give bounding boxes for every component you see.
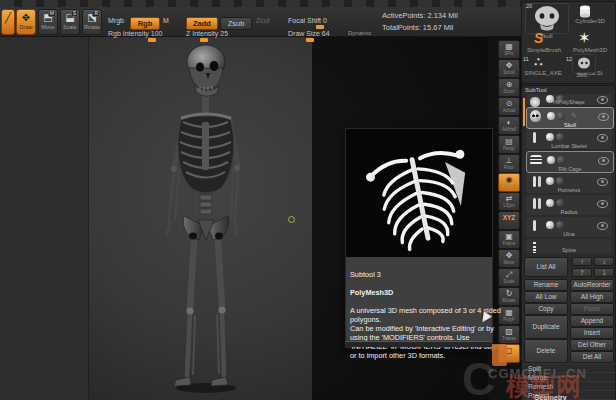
copy-button[interactable]: Copy [524, 303, 568, 315]
actual-button[interactable]: ⊙Actual [498, 97, 520, 116]
subtool-label: Skull [527, 122, 613, 128]
paint-toggle-icon[interactable] [546, 199, 554, 207]
paint-toggle-icon[interactable] [547, 112, 555, 120]
all-high-button[interactable]: All High [570, 291, 614, 303]
tool-simplebrush-label: SimpleBrush [522, 47, 566, 53]
delete-button[interactable]: Delete [524, 339, 568, 363]
move-bottom-button[interactable]: ⤵ [594, 268, 614, 277]
subtool-label: Radius [526, 209, 612, 215]
scroll-button[interactable]: ✥Scroll [498, 59, 520, 78]
z-intensity-handle[interactable] [200, 38, 208, 42]
subtool-row-hovered[interactable]: Rib Cage [526, 151, 614, 173]
rename-button[interactable]: Rename [524, 279, 568, 291]
dynamic-toggle[interactable]: Dynamic [348, 30, 371, 39]
floor-button[interactable]: ⊥Floor [498, 154, 520, 173]
subtool-row[interactable]: Humerus [526, 173, 612, 193]
visibility-eye-icon[interactable] [598, 113, 609, 121]
paint-toggle-icon[interactable] [546, 221, 554, 229]
tool-skull2-label: Sku.. [572, 72, 594, 78]
autoreorder-button[interactable]: AutoReorder [570, 279, 614, 291]
rgb-button[interactable]: Rgb [130, 17, 160, 30]
mouse-cursor [482, 311, 492, 323]
draw-button[interactable]: ✥Draw [16, 9, 36, 35]
list-all-button[interactable]: List All [524, 257, 568, 277]
tool-skull2-thumbnail[interactable] [572, 54, 596, 73]
subtool-row[interactable]: Spine [526, 239, 612, 253]
tooltip-subtitle: PolyMesh3D [350, 288, 508, 297]
lsym-button[interactable]: ⇄LSym [498, 192, 520, 211]
all-low-button[interactable]: All Low [524, 291, 568, 303]
shade-toggle-icon[interactable] [557, 112, 565, 120]
visibility-eye-icon[interactable] [597, 134, 608, 142]
paint-toggle-icon[interactable] [546, 177, 554, 185]
subtool-label: Ulna [526, 231, 612, 237]
shade-toggle-icon[interactable] [556, 221, 564, 229]
insert-button[interactable]: Insert [570, 327, 614, 339]
tool-single-label: SINGLE_AXE [520, 70, 566, 76]
scale-button[interactable]: S⬓Scale [60, 9, 80, 35]
draw-icon: ✥ [17, 12, 35, 24]
move-down-button[interactable]: ↓ [594, 257, 614, 266]
tool-single-badge: 11 [523, 56, 529, 62]
zbrush-window: ╱ ✥Draw M⬒Move S⬓Scale R⬔Rotate Mrgb Rgb… [0, 0, 616, 400]
subtool-row[interactable]: Radius [526, 195, 612, 215]
total-points-readout: TotalPoints: 15.67 Mil [382, 23, 453, 32]
draw-label: Draw [17, 24, 35, 30]
draw-cursor-dot [288, 216, 295, 223]
rgb-intensity-handle[interactable] [148, 38, 156, 42]
subtool-row[interactable]: Lumbar Skelet [526, 129, 612, 149]
zsub-button[interactable]: Zsub [220, 17, 252, 30]
subtool-row[interactable]: Ulna [526, 217, 612, 237]
tool-polymesh-star-icon[interactable]: ✶ [578, 30, 594, 46]
shade-toggle-icon[interactable] [557, 156, 565, 164]
pen-tool-button[interactable]: ╱ [1, 9, 15, 35]
rotate-button[interactable]: R⬔Rotate [82, 9, 102, 35]
visibility-eye-icon[interactable] [597, 222, 608, 230]
local-button[interactable]: ◉Local [498, 173, 520, 192]
mrgb-button[interactable]: Mrgb [108, 17, 124, 26]
tooltip-footer [346, 341, 492, 347]
active-points-readout: ActivePoints: 2.134 Mil [382, 11, 458, 20]
del-other-button[interactable]: Del Other [570, 339, 614, 351]
duplicate-button[interactable]: Duplicate [524, 315, 568, 339]
rotate-label: Rotate [83, 24, 101, 30]
paint-toggle-icon[interactable] [547, 156, 555, 164]
m-button[interactable]: M [163, 17, 169, 26]
shade-toggle-icon[interactable] [556, 199, 564, 207]
zcut-button[interactable]: Zcut [256, 17, 270, 26]
subtool-row[interactable]: HiPolyShape [526, 94, 612, 105]
pen-icon[interactable]: ✎ [571, 112, 579, 120]
tool-cylinder-icon[interactable] [578, 4, 592, 17]
append-button[interactable]: Append [570, 315, 614, 327]
visibility-eye-icon[interactable] [597, 178, 608, 186]
tool-simplebrush-icon[interactable]: S [534, 30, 550, 46]
paste-button[interactable]: Paste [570, 303, 614, 315]
subtool-panel-title[interactable]: SubTool [525, 87, 547, 93]
skeleton-model[interactable] [132, 28, 282, 396]
aahalf-button[interactable]: ◐AAHalf [498, 116, 520, 135]
move-label: Move [39, 24, 57, 30]
shade-toggle-icon[interactable] [556, 133, 564, 141]
subtool-thumbnail [528, 131, 541, 143]
pen-icon: ╱ [2, 12, 14, 24]
tool-single-icon[interactable]: ⛬ [534, 54, 548, 68]
paint-toggle-icon[interactable] [546, 133, 554, 141]
frame-button[interactable]: ▣Frame [498, 230, 520, 249]
shade-toggle-icon[interactable] [556, 177, 564, 185]
spix-button[interactable]: ▦SPix [498, 40, 520, 59]
del-all-button[interactable]: Del All [570, 351, 614, 363]
move-button[interactable]: M⬒Move [38, 9, 58, 35]
geometry-section-header[interactable]: Geometry [530, 393, 616, 400]
xyz-button[interactable]: XYZ [498, 211, 520, 230]
focal-shift-handle[interactable] [316, 25, 324, 29]
zoom-button[interactable]: ⊕Zoom [498, 78, 520, 97]
visibility-eye-icon[interactable] [598, 157, 609, 165]
move-top-button[interactable]: ⤴ [572, 268, 592, 277]
move-up-button[interactable]: ↑ [572, 257, 592, 266]
subtool-row-selected[interactable]: ✎ Skull [526, 107, 614, 129]
subtool-scrollbar[interactable] [523, 98, 525, 126]
visibility-eye-icon[interactable] [597, 200, 608, 208]
persp-button[interactable]: ▤Persp [498, 135, 520, 154]
zadd-button[interactable]: Zadd [186, 17, 218, 30]
draw-size-handle[interactable] [306, 38, 314, 42]
